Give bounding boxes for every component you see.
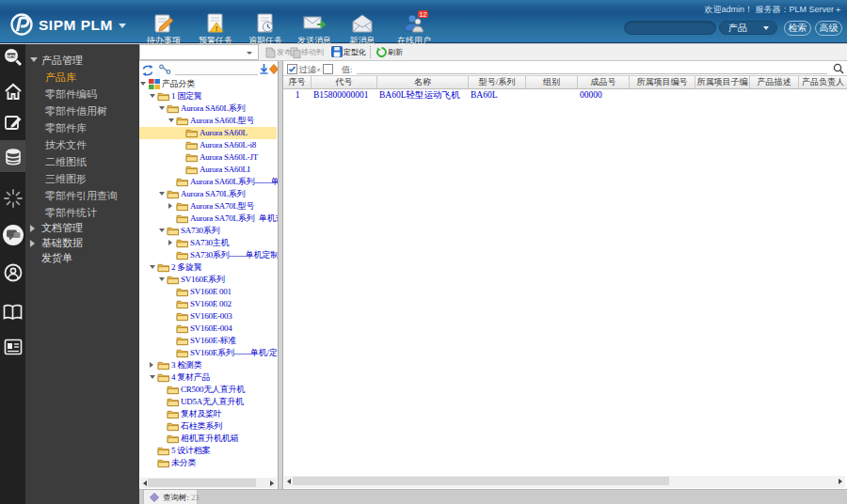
svg-text:SIPM: SIPM bbox=[6, 54, 16, 58]
svg-text:12: 12 bbox=[420, 11, 427, 18]
svg-text:!: ! bbox=[216, 24, 218, 33]
